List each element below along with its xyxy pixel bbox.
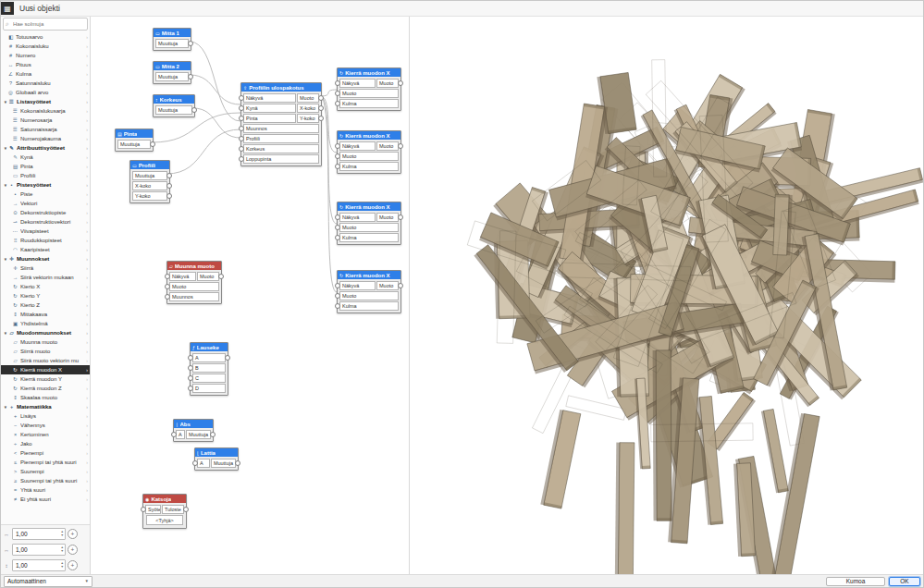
sidebar-item-kaaripisteet[interactable]: ◠Kaaripisteet› (1, 245, 90, 254)
sidebar-item-siirr-muoto[interactable]: ▱Siirrä muoto› (1, 347, 90, 356)
node-lattia-13[interactable]: ⌊LattiaAMuuttuja (194, 447, 239, 471)
node-katsoja-14[interactable]: ◉KatsojaSyöteTuloste<Tyhjä> (142, 494, 187, 529)
node-muunna-muoto-10[interactable]: ▱Muunna muotoNäkyväMuotoMuotoMuunnos (166, 261, 222, 304)
sidebar-item-jako[interactable]: ÷Jako› (1, 439, 90, 448)
sidebar-item-muunna-muoto[interactable]: ▱Muunna muoto› (1, 337, 90, 347)
sidebar-item-pienempi[interactable]: <Pienempi› (1, 448, 90, 458)
sidebar-item-numero[interactable]: #Numero› (1, 51, 90, 60)
input-port[interactable] (335, 80, 340, 86)
node-profiilin-ulospakotus-5[interactable]: ⇧Profiilin ulospakotusNäkyväMuotoKynäX-k… (240, 82, 322, 166)
output-port[interactable] (183, 507, 189, 512)
sidebar-item-kierr-muodon-x[interactable]: ↻Kierrä muodon X› (1, 365, 90, 374)
node-pinta-3[interactable]: ▤PintaMuuttuja (115, 129, 154, 152)
output-port[interactable] (166, 183, 172, 189)
input-port[interactable] (165, 294, 170, 300)
input-port[interactable] (165, 274, 170, 279)
sidebar-item-siir-vektorin-mukaan[interactable]: →Siirä vektorin mukaan› (1, 273, 90, 282)
node-lauseke-11[interactable]: ƒLausekeABCD (190, 342, 228, 396)
input-port[interactable] (239, 126, 244, 131)
sidebar-item-yhdistelm[interactable]: ▣Yhdistelmä› (1, 319, 90, 328)
output-port[interactable] (398, 214, 403, 220)
sidebar-category-muunnokset[interactable]: ▾✛Muunnokset› (1, 254, 90, 263)
output-port[interactable] (235, 460, 240, 466)
node-abs-12[interactable]: ∣AbsAMuuttuja (173, 419, 214, 442)
sidebar-item-vektori[interactable]: →Vektori› (1, 199, 90, 208)
output-port[interactable] (210, 432, 216, 437)
sidebar-item-v-hennys[interactable]: −Vähennys› (1, 421, 90, 430)
sidebar-item-kertominen[interactable]: ×Kertominen› (1, 430, 90, 439)
output-port[interactable] (225, 355, 230, 361)
sidebar-category-attribuuttisy-tteet[interactable]: ▾✎Attribuuttisyötteet› (1, 143, 90, 153)
output-port[interactable] (318, 95, 324, 101)
input-port[interactable] (239, 146, 244, 152)
sidebar-category-pistesy-tteet[interactable]: ▾•Pistesyötteet› (1, 180, 90, 190)
sidebar-item-kierto-x[interactable]: ↻Kierto X› (1, 282, 90, 291)
input-port[interactable] (239, 95, 244, 101)
sidebar-item-ei-yht-suuri[interactable]: ≠Ei yhtä suuri› (1, 495, 90, 504)
3d-viewport[interactable] (410, 16, 923, 574)
output-port[interactable] (166, 173, 172, 178)
sidebar-category-matematiikka[interactable]: ▾+Matematiikka› (1, 402, 90, 411)
spinner-down-icon[interactable]: ▼ (61, 550, 64, 554)
sidebar-item-suurempi[interactable]: >Suurempi› (1, 467, 90, 476)
output-port[interactable] (188, 41, 193, 46)
input-port[interactable] (239, 105, 244, 111)
output-port[interactable] (318, 105, 324, 111)
cancel-button[interactable]: Kumoa (826, 577, 885, 586)
sidebar-item-kierto-y[interactable]: ↻Kierto Y› (1, 291, 90, 300)
sidebar-item-suurempi-tai-yht-suuri[interactable]: ≥Suurempi tai yhtä suuri› (1, 476, 90, 485)
mode-select[interactable]: Automaattinen ▼ (4, 576, 92, 587)
input-port[interactable] (188, 355, 193, 361)
input-port[interactable] (335, 293, 340, 299)
sidebar-item-kulma[interactable]: ∠Kulma› (1, 69, 90, 79)
input-port[interactable] (239, 156, 244, 162)
input-port[interactable] (239, 116, 244, 121)
output-port[interactable] (191, 107, 197, 113)
node-korkeus-2[interactable]: ↕KorkeusMuuttuja (153, 94, 195, 117)
node-canvas[interactable]: ▭Mitta 1Muuttuja▭Mitta 2Muuttuja↕Korkeus… (91, 16, 410, 574)
input-port[interactable] (171, 432, 177, 437)
input-port[interactable] (335, 283, 340, 288)
sidebar-item-mittakaava[interactable]: ⇕Mittakaava› (1, 310, 90, 319)
input-port[interactable] (335, 153, 340, 159)
input-port[interactable] (335, 91, 340, 96)
value-input-2[interactable] (13, 545, 58, 554)
node-kierr-muodon-x-7[interactable]: ↻Kierrä muodon XNäkyväMuotoMuotoKulma (337, 130, 401, 174)
input-port[interactable] (335, 164, 340, 169)
sidebar-item-dekonstruktiovektori[interactable]: ⇀Dekonstruktiovektori› (1, 217, 90, 227)
spinner-down-icon[interactable]: ▼ (61, 566, 64, 570)
sidebar-item-dekonstruktiopiste[interactable]: ⊙Dekonstruktiopiste› (1, 208, 90, 217)
sidebar-item-numerojakauma[interactable]: ☰Numerojakauma› (1, 134, 90, 143)
add-parameter-button[interactable]: + (68, 545, 78, 555)
input-port[interactable] (188, 375, 193, 381)
output-port[interactable] (218, 274, 224, 279)
sidebar-item-piste[interactable]: •Piste› (1, 190, 90, 199)
output-port[interactable] (188, 74, 193, 80)
sidebar-item-kierto-z[interactable]: ↻Kierto Z› (1, 300, 90, 310)
add-parameter-button[interactable]: + (68, 529, 78, 539)
input-port[interactable] (335, 143, 340, 149)
input-port[interactable] (188, 365, 193, 371)
output-port[interactable] (398, 143, 403, 149)
node-mitta-2-1[interactable]: ▭Mitta 2Muuttuja (153, 61, 191, 84)
search-input[interactable] (11, 20, 80, 28)
sidebar-category-listasy-tteet[interactable]: ▾☰Listasyötteet› (1, 97, 90, 106)
output-port[interactable] (166, 193, 172, 199)
value-input-1[interactable] (13, 530, 58, 538)
output-port[interactable] (318, 116, 324, 121)
input-port[interactable] (141, 507, 146, 512)
sidebar-item-siir-muoto-vektorin-mu[interactable]: ▱Siirä muoto vektorin mu› (1, 356, 90, 365)
sidebar-item-skaalaa-muoto[interactable]: ⇕Skaalaa muoto› (1, 393, 90, 402)
sidebar-item-viivapisteet[interactable]: ⋯Viivapisteet› (1, 227, 90, 236)
input-port[interactable] (335, 214, 340, 220)
sidebar-item-kierr-muodon-y[interactable]: ↻Kierrä muodon Y› (1, 374, 90, 384)
node-profiili-4[interactable]: ▭ProfiiliMuuttujaX-kokoY-koko (129, 160, 170, 203)
sidebar-item-numerosarja[interactable]: ☰Numerosarja› (1, 116, 90, 125)
input-port[interactable] (335, 235, 340, 240)
node-kierr-muodon-x-8[interactable]: ↻Kierrä muodon XNäkyväMuotoMuotoKulma (337, 202, 401, 245)
output-port[interactable] (398, 80, 403, 86)
sidebar-category-muodonmuunnokset[interactable]: ▾▱Muodonmuunnokset› (1, 328, 90, 337)
input-port[interactable] (335, 225, 340, 230)
value-input-3[interactable] (13, 561, 58, 570)
sidebar-item-kokonaisluku[interactable]: #Kokonaisluku› (1, 42, 90, 51)
